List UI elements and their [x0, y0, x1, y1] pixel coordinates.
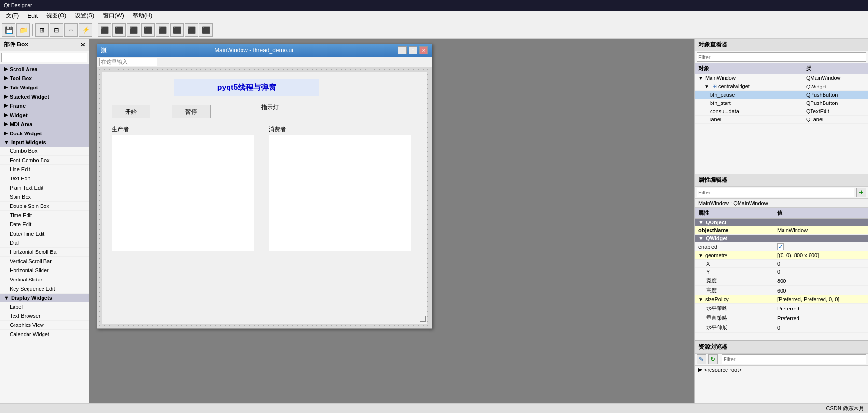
res-refresh-btn[interactable]: ↻ — [708, 354, 718, 364]
btn-start[interactable]: 开始 — [112, 105, 150, 118]
toolbar-break-btn[interactable]: ⬛ — [199, 23, 213, 37]
toolbar-save-btn[interactable]: 💾 — [2, 23, 15, 37]
toolbar-tab-order-btn[interactable]: ⊟ — [50, 23, 63, 37]
prop-row-y[interactable]: Y 0 — [695, 268, 868, 276]
prop-row-height[interactable]: 高度 600 — [695, 286, 868, 295]
menu-window[interactable]: 窗口(W) — [99, 11, 128, 21]
widget-item-vscrollbar[interactable]: Vertical Scroll Bar — [0, 257, 89, 266]
prop-row-geometry[interactable]: ▼geometry [(0, 0), 800 x 600] — [695, 251, 868, 260]
toolbar-widget-editor-btn[interactable]: ⊞ — [35, 23, 49, 37]
section-input-widgets[interactable]: ▼ Input Widgets — [0, 138, 89, 147]
designer-maximize-btn[interactable]: □ — [409, 46, 417, 54]
toolbar-open-btn[interactable]: 📁 — [16, 23, 30, 37]
obj-row-consu-data[interactable]: consu...data QTextEdit — [695, 107, 868, 116]
toolbar-sep-1 — [32, 24, 33, 36]
tree-arrow-mainwindow: ▼ — [698, 75, 703, 81]
text-edit-consumer[interactable] — [269, 135, 411, 251]
widget-item-vslider[interactable]: Vertical Slider — [0, 275, 89, 284]
text-edit-producer[interactable] — [112, 135, 254, 251]
widget-item-time-edit[interactable]: Time Edit — [0, 211, 89, 220]
designer-minimize-btn[interactable]: _ — [398, 46, 407, 54]
toolbar-layout-f-btn[interactable]: ⬛ — [141, 23, 155, 37]
widget-item-font-combo-box[interactable]: Font Combo Box — [0, 156, 89, 165]
section-display-widgets[interactable]: ▼ Display Widgets — [0, 294, 89, 302]
section-mdi-area[interactable]: ▶ MDI Area — [0, 119, 89, 129]
obj-filter-input[interactable] — [697, 52, 866, 62]
section-dock-widget[interactable]: ▶ Dock Widget — [0, 129, 89, 138]
section-label-qobject: QObject — [706, 220, 726, 225]
widget-item-dial[interactable]: Dial — [0, 238, 89, 248]
res-edit-btn[interactable]: ✎ — [697, 354, 706, 364]
toolbar-signals-btn[interactable]: ⚡ — [79, 23, 92, 37]
prop-row-sizepolicy[interactable]: ▼sizePolicy [Preferred, Preferred, 0, 0] — [695, 295, 868, 304]
toolbar-spacer-h-btn[interactable]: ⬛ — [170, 23, 184, 37]
section-widget[interactable]: ▶ Widget — [0, 110, 89, 119]
toolbar-layout-h-btn[interactable]: ⬛ — [98, 23, 111, 37]
widget-item-hslider[interactable]: Horizontal Slider — [0, 266, 89, 275]
widget-item-spin-box[interactable]: Spin Box — [0, 192, 89, 202]
widget-item-label[interactable]: Label — [0, 302, 89, 311]
obj-row-centralwidget[interactable]: ▼ ⊞ centralwidget QWidget — [695, 82, 868, 91]
prop-section-qobject[interactable]: ▼ QObject — [695, 219, 868, 226]
prop-row-enabled[interactable]: enabled ✓ — [695, 242, 868, 251]
widget-item-double-spin-box[interactable]: Double Spin Box — [0, 202, 89, 211]
section-stacked-widget[interactable]: ▶ Stacked Widget — [0, 92, 89, 101]
widget-search-input[interactable] — [1, 53, 87, 62]
designer-close-btn[interactable]: ✕ — [419, 46, 428, 54]
widget-item-date-edit[interactable]: Date Edit — [0, 220, 89, 229]
obj-row-btn-start[interactable]: btn_start QPushButton — [695, 99, 868, 107]
toolbar-layout-v-btn[interactable]: ⬛ — [112, 23, 126, 37]
toolbar-layout-b-btn[interactable]: ⬛ — [156, 23, 169, 37]
section-tool-box[interactable]: ▶ Tool Box — [0, 74, 89, 83]
label-producer: 生产者 — [112, 125, 129, 133]
res-filter-input[interactable] — [722, 354, 866, 364]
designer-titlebar: 🖼 MainWindow - thread_demo.ui _ □ ✕ — [97, 44, 432, 57]
prop-row-h-stretch[interactable]: 水平伸展 0 — [695, 323, 868, 333]
obj-row-label[interactable]: label QLabel — [695, 116, 868, 124]
menu-view[interactable]: 视图(O) — [43, 11, 70, 21]
right-panel: 对象查看器 对象 类 ▼MainWindow QMainWindow — [694, 39, 868, 403]
res-tree-arrow: ▶ — [698, 367, 702, 373]
widget-item-calendar-widget[interactable]: Calendar Widget — [0, 330, 89, 339]
prop-row-v-policy[interactable]: 垂直策略 Preferred — [695, 313, 868, 323]
menu-edit[interactable]: Edit — [24, 12, 42, 20]
btn-pause[interactable]: 暂停 — [172, 105, 211, 118]
widget-item-graphics-view[interactable]: Graphics View — [0, 321, 89, 330]
prop-filter-input[interactable] — [697, 188, 854, 197]
prop-enabled-checkbox[interactable]: ✓ — [777, 243, 784, 250]
widget-item-text-edit[interactable]: Text Edit — [0, 174, 89, 183]
prop-row-width[interactable]: 宽度 800 — [695, 276, 868, 286]
widget-item-plain-text-edit[interactable]: Plain Text Edit — [0, 183, 89, 192]
widget-item-key-seq-edit[interactable]: Key Sequence Edit — [0, 284, 89, 294]
prop-row-h-policy[interactable]: 水平策略 Preferred — [695, 304, 868, 313]
widget-item-text-browser[interactable]: Text Browser — [0, 311, 89, 321]
menu-help[interactable]: 帮助(H) — [129, 11, 157, 21]
widget-box-close-icon[interactable]: ✕ — [80, 42, 85, 48]
widget-item-combo-box[interactable]: Combo Box — [0, 147, 89, 156]
widget-item-hscrollbar[interactable]: Horizontal Scroll Bar — [0, 248, 89, 257]
obj-row-btn-pause[interactable]: btn_pause QPushButton — [695, 91, 868, 99]
res-root-row[interactable]: ▶ <resource root> — [695, 366, 868, 374]
section-scroll-area[interactable]: ▶ Scroll Area — [0, 64, 89, 74]
prop-section-qwidget[interactable]: ▼ QWidget — [695, 235, 868, 242]
section-tab-widget[interactable]: ▶ Tab Widget — [0, 83, 89, 92]
section-arrow: ▼ — [4, 295, 9, 301]
toolbar-layout-g-btn[interactable]: ⬛ — [127, 23, 140, 37]
obj-row-mainwindow[interactable]: ▼MainWindow QMainWindow — [695, 74, 868, 82]
designer-canvas[interactable]: pyqt5线程与弹窗 开始 暂停 指示灯 生产者 消费者 — [97, 67, 432, 328]
toolbar-spacer-v-btn[interactable]: ⬛ — [185, 23, 198, 37]
prop-row-x[interactable]: X 0 — [695, 260, 868, 268]
prop-name-v-policy: 垂直策略 — [698, 314, 777, 322]
toolbar-buddies-btn[interactable]: ↔ — [64, 23, 78, 37]
widget-item-datetime-edit[interactable]: Date/Time Edit — [0, 229, 89, 238]
resize-handle[interactable] — [420, 316, 426, 322]
menu-file[interactable]: 文(F) — [2, 11, 23, 21]
prop-add-btn[interactable]: + — [856, 188, 866, 197]
section-label: Frame — [10, 103, 26, 109]
designer-search-input[interactable] — [99, 58, 157, 66]
prop-row-objectname[interactable]: objectName MainWindow — [695, 226, 868, 235]
widget-item-line-edit[interactable]: Line Edit — [0, 165, 89, 174]
menu-settings[interactable]: 设置(S) — [71, 11, 98, 21]
prop-val-v-policy: Preferred — [777, 315, 864, 321]
section-frame[interactable]: ▶ Frame — [0, 101, 89, 110]
